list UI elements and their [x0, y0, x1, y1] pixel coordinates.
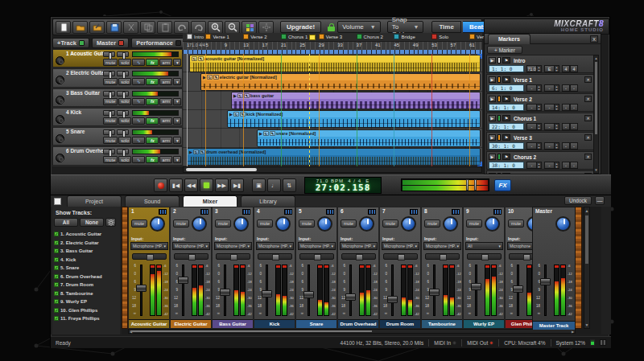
checkbox-checked-icon[interactable]: ✓ — [54, 248, 59, 253]
playhead-flag-icon[interactable] — [309, 35, 316, 40]
input-select[interactable]: All▾ — [465, 242, 503, 250]
mute-button[interactable]: mute — [103, 137, 118, 144]
show-track-item[interactable]: ✓ 8. Tambourine — [54, 289, 118, 298]
marker-tempo-spinner[interactable]: -▲▼ — [526, 142, 542, 150]
checkbox-checked-icon[interactable]: ✓ — [54, 240, 59, 245]
eq-icon[interactable] — [452, 209, 460, 215]
fader-handle[interactable] — [540, 278, 551, 285]
loop-button[interactable]: ▣ — [252, 178, 266, 192]
marker-timesig-fields[interactable]: -- — [562, 162, 578, 169]
timeline-hscrollbar[interactable] — [183, 166, 482, 173]
track-pan-slider[interactable] — [117, 110, 129, 116]
fader-handle[interactable] — [513, 285, 523, 293]
marker-flag-icon[interactable]: ⚑ — [502, 134, 510, 141]
audio-clip[interactable]: ▶ ↻ ✎ kick [Normalized] — [227, 110, 481, 128]
marker-play-icon[interactable]: ▶ — [489, 134, 496, 141]
checkbox-checked-icon[interactable]: ✓ — [54, 291, 59, 296]
mute-button[interactable]: mute — [424, 219, 440, 228]
track-header[interactable]: 5 Snare mute solo ∿ fx arm ▾ — [52, 127, 183, 146]
gear-icon[interactable] — [105, 218, 116, 227]
input-select[interactable]: Microphone (HP..▾ — [382, 242, 419, 250]
timeline-marker-flag[interactable]: Intro — [187, 34, 204, 39]
loop-icon[interactable]: ↻ — [192, 56, 197, 61]
eq-icon[interactable] — [159, 209, 167, 215]
marker-timesig-fields[interactable]: -- — [562, 142, 578, 150]
timeline-ruler[interactable]: 15913172125293337414549535761 — [183, 42, 482, 50]
channel-knob[interactable] — [359, 216, 374, 232]
loop-icon[interactable]: ↻ — [237, 93, 243, 98]
mute-button[interactable]: mute — [257, 219, 273, 228]
upgrade-button[interactable]: Upgrade! — [280, 21, 321, 33]
mixer-vscrollbar[interactable]: ▲ ▼ — [584, 207, 590, 329]
automation-button[interactable]: ∿ — [132, 59, 145, 66]
track-header[interactable]: 6 Drum Overhead mute solo ∿ fx arm ▾ — [52, 146, 183, 165]
checkbox-checked-icon[interactable]: ✓ — [54, 316, 59, 321]
mute-button[interactable]: mute — [215, 219, 231, 228]
envelope-icon[interactable]: ✎ — [198, 56, 204, 61]
eq-icon[interactable] — [493, 209, 502, 215]
marker-flag-icon[interactable]: ⚑ — [502, 96, 510, 102]
eq-icon[interactable] — [326, 209, 334, 215]
marker-timesig-fields[interactable]: -- — [562, 123, 578, 130]
input-select[interactable]: Microphone (HP..▾ — [256, 242, 294, 250]
checkbox-checked-icon[interactable]: ✓ — [54, 308, 59, 313]
track-pan-slider[interactable] — [117, 129, 129, 135]
fader-handle[interactable] — [262, 290, 272, 297]
arm-button[interactable]: arm — [159, 117, 172, 125]
marker-play-icon[interactable]: ▶ — [489, 76, 496, 83]
automation-button[interactable]: ∿ — [132, 137, 145, 144]
timeline-marker-flag[interactable]: Verse 1 — [205, 34, 229, 39]
copy-icon[interactable] — [140, 21, 155, 34]
eq-icon[interactable] — [410, 209, 418, 215]
marker-entry[interactable]: ▶ ⚑ Verse 3 ✕ 30: 1: 0 -▲▼ -▲▼ -- — [486, 132, 594, 150]
marker-tempo-spinner[interactable]: 71.0▲▼ — [526, 65, 542, 72]
fx-button[interactable]: fx — [146, 59, 159, 66]
eq-icon[interactable] — [200, 209, 208, 215]
marker-delete-icon[interactable]: ✕ — [584, 76, 592, 83]
show-track-item[interactable]: ✓ 10. Glen Phillips — [54, 306, 118, 315]
mixer-channel-strip[interactable]: 1 mute Input: Microphone (HP..▾ 60691218… — [128, 207, 170, 329]
pan-slider[interactable] — [383, 253, 418, 260]
open-icon[interactable] — [72, 21, 88, 34]
marker-play-icon[interactable]: ▶ — [489, 173, 496, 174]
checkbox-checked-icon[interactable]: ✓ — [54, 274, 59, 279]
marker-time-field[interactable]: 1: 1: 0 — [489, 65, 524, 72]
mixer-channel-strip[interactable]: 3 mute Input: Microphone (HP..▾ 60691218… — [212, 207, 254, 329]
loop-icon[interactable]: ↻ — [263, 131, 269, 136]
channel-knob[interactable] — [275, 216, 291, 232]
markers-tab[interactable]: Markers — [488, 34, 530, 44]
envelope-icon[interactable]: ✎ — [270, 131, 275, 136]
loop-icon[interactable]: ↻ — [207, 75, 213, 80]
scroll-up-icon[interactable]: ▲ — [584, 207, 589, 214]
marker-color-swatch[interactable] — [497, 76, 501, 83]
fader-handle[interactable] — [471, 283, 481, 290]
fader-handle[interactable] — [303, 291, 314, 298]
marker-color-swatch[interactable] — [497, 154, 501, 160]
solo-button[interactable]: solo — [118, 137, 131, 144]
mute-button[interactable]: mute — [382, 219, 398, 228]
marker-tempo-spinner[interactable]: -▲▼ — [526, 104, 542, 111]
mixer-hscroll-thumb[interactable] — [130, 330, 372, 332]
marker-color-swatch[interactable] — [497, 57, 501, 64]
chevron-down-icon[interactable]: ▾ — [173, 98, 181, 105]
input-select[interactable]: Microphone▾ — [507, 242, 532, 250]
marker-entry[interactable]: ▶ ⚑ Intro ✕ 1: 1: 0 71.0▲▼ E▲▼ 44 — [486, 55, 594, 73]
marker-key-spinner[interactable]: -▲▼ — [544, 162, 559, 169]
fx-button[interactable]: FX — [494, 179, 511, 191]
timeline-marker-flag[interactable]: Solo — [431, 34, 448, 39]
mute-button[interactable]: mute — [103, 59, 118, 66]
envelope-icon[interactable]: ✎ — [213, 75, 219, 80]
track-pan-slider[interactable] — [117, 91, 129, 96]
fader-handle[interactable] — [345, 293, 356, 301]
pan-slider[interactable] — [341, 253, 376, 260]
eq-icon[interactable] — [242, 209, 250, 215]
timeline-marker-flag[interactable]: Chorus 1 — [281, 34, 308, 39]
show-track-item[interactable]: ✓ 9. Wurly EP — [54, 297, 118, 306]
fx-button[interactable]: fx — [146, 98, 159, 105]
go-start-button[interactable]: ▮◀ — [169, 178, 183, 192]
pan-slider[interactable] — [132, 253, 167, 260]
checkbox-checked-icon[interactable]: ✓ — [54, 257, 59, 262]
preferences-icon[interactable] — [258, 21, 274, 34]
marker-color-swatch[interactable] — [497, 134, 501, 141]
track-volume-slider[interactable] — [103, 91, 115, 96]
